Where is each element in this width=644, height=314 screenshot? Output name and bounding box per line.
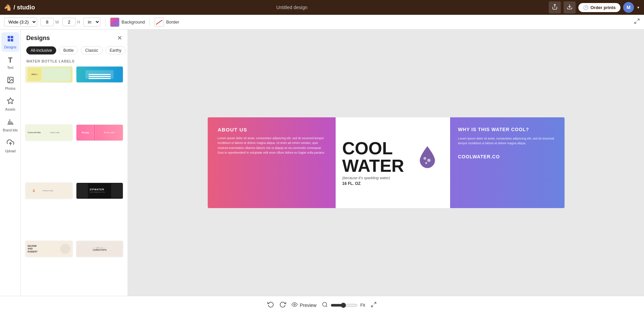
- order-prints-button[interactable]: 🕐 Order prints: [578, 3, 620, 12]
- text-label: Text: [7, 66, 13, 70]
- undo-button[interactable]: [267, 301, 274, 309]
- download-icon: [567, 4, 573, 11]
- assets-label: Assets: [5, 108, 15, 111]
- eye-icon: [292, 302, 298, 309]
- zoom-container: Fit: [322, 302, 365, 309]
- topbar-logo: 🐴 / studio: [4, 4, 35, 11]
- canvas-area[interactable]: ABOUT US Lorem ipsum dolor sit amet, con…: [128, 30, 644, 296]
- design-card-4[interactable]: Fresa Brand Label: [76, 124, 124, 141]
- panel-title: Designs: [26, 35, 50, 42]
- design-card-8[interactable]: — EMILIE — CHRISTOPH: [76, 240, 124, 258]
- upload-icon: [7, 139, 14, 148]
- svg-line-17: [371, 305, 373, 307]
- sidebar-item-designs[interactable]: Designs: [1, 32, 20, 52]
- undo-icon: [267, 301, 274, 309]
- filter-tags: All-inclusive Bottle Classic Earthy ›: [21, 45, 128, 58]
- border-group: Border: [155, 17, 179, 27]
- svg-marker-8: [7, 98, 13, 104]
- svg-point-12: [425, 162, 427, 164]
- toolbar: Wide (3:2) W H in Background Border: [0, 15, 644, 30]
- about-us-title: ABOUT US: [218, 127, 326, 132]
- background-group: Background: [110, 17, 145, 27]
- panel-header: Designs ✕: [21, 30, 128, 45]
- sidebar-item-assets[interactable]: Assets: [1, 94, 20, 114]
- photos-label: Photos: [5, 87, 15, 90]
- design-card-5[interactable]: & Premium label: [25, 182, 73, 199]
- border-label: Border: [166, 19, 179, 25]
- design-card-2[interactable]: [76, 66, 124, 83]
- about-us-body: Lorem ipsum dolor sit amet, consectetur …: [218, 136, 326, 155]
- upload-label: Upload: [5, 149, 16, 153]
- svg-rect-5: [10, 39, 13, 41]
- filter-classic[interactable]: Classic: [81, 46, 103, 54]
- width-label: W: [55, 20, 59, 25]
- share-button[interactable]: [549, 1, 561, 13]
- sidebar-item-text[interactable]: T Text: [1, 53, 20, 72]
- fullscreen-button[interactable]: [371, 302, 377, 309]
- fit-button[interactable]: Fit: [360, 303, 365, 308]
- avatar-initial: M: [626, 5, 631, 10]
- order-prints-label: Order prints: [590, 5, 616, 10]
- preview-label: Preview: [300, 303, 316, 308]
- sidebar: Designs T Text Photos Assets: [0, 30, 21, 296]
- redo-button[interactable]: [279, 301, 286, 309]
- sidebar-item-brand-kits[interactable]: Brand kits: [1, 115, 20, 135]
- topbar-right: 🕐 Order prints M ▼: [549, 1, 640, 13]
- svg-line-15: [326, 306, 327, 307]
- svg-line-1: [635, 22, 636, 24]
- background-label: Background: [122, 19, 145, 25]
- svg-point-10: [423, 157, 426, 160]
- svg-rect-3: [10, 36, 13, 38]
- filter-earthy[interactable]: Earthy: [105, 46, 126, 54]
- width-input-group: W: [40, 18, 59, 26]
- design-grid: Billy's: [21, 66, 128, 296]
- brand-name: / studio: [13, 4, 35, 11]
- size-select[interactable]: Wide (3:2): [4, 17, 37, 27]
- height-label: H: [77, 20, 80, 25]
- background-color-button[interactable]: [110, 17, 120, 27]
- expand-button[interactable]: [634, 18, 640, 26]
- brand-kits-icon: [7, 118, 14, 127]
- why-cool-title: WHY IS THIS WATER COOL?: [458, 127, 556, 132]
- preview-button[interactable]: Preview: [292, 302, 316, 309]
- document-title: Untitled design: [276, 5, 308, 10]
- width-input[interactable]: [40, 18, 54, 26]
- zoom-icon: [322, 302, 328, 309]
- panel-close-button[interactable]: ✕: [117, 34, 122, 42]
- designs-icon: [7, 35, 14, 44]
- design-card-1[interactable]: Billy's: [25, 66, 73, 83]
- preview-right-section: WHY IS THIS WATER COOL? Lorem ipsum dolo…: [450, 117, 565, 208]
- zoom-slider[interactable]: [331, 303, 358, 308]
- center-subtitle: (because it's sparkling water): [342, 176, 390, 180]
- coolwater-url: COOLWATER.CO: [458, 154, 556, 159]
- design-card-3[interactable]: Costa del Mar Family Label: [25, 124, 73, 141]
- water-drop-icon: [418, 146, 437, 169]
- sidebar-item-photos[interactable]: Photos: [1, 74, 20, 93]
- design-card-6[interactable]: ZIPWATER PURE SPARKLING STILL: [76, 182, 124, 199]
- height-input[interactable]: [62, 18, 76, 26]
- design-card-7[interactable]: MAXINEANDROBERT: [25, 240, 73, 258]
- svg-point-7: [9, 78, 10, 79]
- download-button[interactable]: [564, 1, 576, 13]
- topbar-center: Untitled design: [276, 5, 308, 10]
- preview-center-section: COOL WATER (because it's sparkling water…: [336, 117, 450, 208]
- svg-line-16: [374, 302, 376, 304]
- designs-label: Designs: [4, 45, 16, 49]
- filter-all-inclusive[interactable]: All-inclusive: [26, 46, 56, 54]
- toolbar-divider-2: [149, 18, 150, 26]
- fullscreen-icon: [371, 303, 377, 309]
- avatar-chevron-icon: ▼: [637, 6, 640, 9]
- user-avatar-button[interactable]: M: [623, 2, 634, 13]
- brand-kits-label: Brand kits: [3, 128, 18, 132]
- assets-icon: [7, 97, 14, 106]
- filter-bottle[interactable]: Bottle: [59, 46, 78, 54]
- bottombar: Preview Fit: [0, 296, 644, 314]
- border-color-button[interactable]: [155, 17, 164, 27]
- sidebar-item-upload[interactable]: Upload: [1, 136, 20, 156]
- svg-point-11: [427, 159, 431, 162]
- topbar: 🐴 / studio Untitled design 🕐 Order print…: [0, 0, 644, 15]
- printer-icon: 🕐: [583, 5, 588, 10]
- unit-select[interactable]: in: [83, 17, 100, 27]
- preview-left-section: ABOUT US Lorem ipsum dolor sit amet, con…: [208, 117, 336, 208]
- why-cool-body: Lorem ipsum dolor sit amet, consectetur …: [458, 136, 556, 146]
